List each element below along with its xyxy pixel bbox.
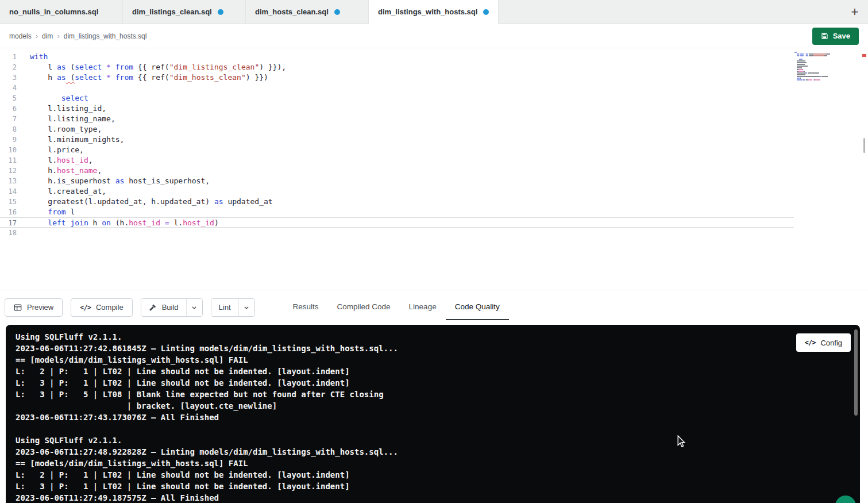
editor-overview-ruler[interactable] <box>861 48 868 290</box>
line-number: 15 <box>0 197 17 207</box>
build-split-button: Build <box>141 298 203 317</box>
build-label: Build <box>162 303 179 312</box>
ide-window: no_nulls_in_columns.sqldim_listings_clea… <box>0 0 868 503</box>
code-text: greatest(l.updated_at, h.updated_at) as … <box>17 197 273 207</box>
code-line[interactable]: 12 h.host_name, <box>0 166 794 176</box>
tab-label: dim_hosts_clean.sql <box>255 7 329 16</box>
editor-tab[interactable]: dim_listings_clean.sql <box>123 0 246 24</box>
editor-minimap[interactable] <box>794 51 840 82</box>
terminal-line: L: 3 | P: 5 | LT08 | Blank line expected… <box>16 389 850 400</box>
code-line[interactable]: 17 left join h on (h.host_id = l.host_id… <box>0 217 794 228</box>
terminal-line: Using SQLFluff v2.1.1. <box>16 435 850 446</box>
editor-tab-bar: no_nulls_in_columns.sqldim_listings_clea… <box>0 0 868 24</box>
code-line[interactable]: 1with <box>0 52 794 62</box>
build-dropdown-chevron-icon[interactable] <box>186 299 202 316</box>
unsaved-dot-icon <box>483 9 489 15</box>
code-icon: </> <box>805 339 816 347</box>
terminal-scrollbar-thumb[interactable] <box>854 329 858 416</box>
code-line[interactable]: 13 h.is_superhost as host_is_superhost, <box>0 176 794 186</box>
editor-tab[interactable]: no_nulls_in_columns.sql <box>0 0 123 24</box>
lint-output-terminal: Using SQLFluff v2.1.1.2023-06-06T11:27:4… <box>6 325 860 503</box>
editor-tab[interactable]: dim_hosts_clean.sql <box>246 0 369 24</box>
code-line[interactable]: 18 <box>0 228 794 238</box>
terminal-line: Using SQLFluff v2.1.1. <box>16 331 850 343</box>
line-number: 9 <box>0 135 17 145</box>
panel-tab-lineage[interactable]: Lineage <box>400 294 446 320</box>
editor-lines: 1with2 l as (select * from {{ ref("dim_l… <box>0 48 868 238</box>
code-line[interactable]: 4 <box>0 83 794 93</box>
code-text: l.listing_id, <box>17 103 106 114</box>
code-text: h as (select * from {{ ref("dim_hosts_cl… <box>17 72 268 83</box>
code-text <box>17 83 30 93</box>
code-text <box>17 228 30 238</box>
code-text: l.host_id, <box>17 155 93 166</box>
line-number: 10 <box>0 145 17 155</box>
lint-error-marker <box>862 54 866 57</box>
lint-dropdown-chevron-icon[interactable] <box>238 299 254 316</box>
unsaved-dot-icon <box>334 9 340 15</box>
terminal-line: == [models/dim/dim_listings_with_hosts.s… <box>16 458 850 469</box>
line-number: 6 <box>0 103 17 114</box>
line-number: 13 <box>0 176 17 186</box>
code-line[interactable]: 3 h as (select * from {{ ref("dim_hosts_… <box>0 72 794 83</box>
code-line[interactable]: 7 l.listing_name, <box>0 114 794 124</box>
code-editor[interactable]: 1with2 l as (select * from {{ ref("dim_l… <box>0 48 868 290</box>
terminal-line: == [models/dim/dim_listings_with_hosts.s… <box>16 354 850 366</box>
code-text: with <box>17 52 48 62</box>
terminal-line: 2023-06-06T11:27:49.187575Z — All Finish… <box>16 492 850 503</box>
terminal-line: 2023-06-06T11:27:48.922828Z — Linting mo… <box>16 446 850 458</box>
code-line[interactable]: 10 l.price, <box>0 145 794 155</box>
terminal-output: Using SQLFluff v2.1.1.2023-06-06T11:27:4… <box>6 325 860 503</box>
build-button[interactable]: Build <box>141 299 186 316</box>
code-icon: </> <box>80 304 91 312</box>
code-line[interactable]: 9 l.minimum_nights, <box>0 135 794 145</box>
code-line[interactable]: 6 l.listing_id, <box>0 103 794 114</box>
code-line[interactable]: 14 l.created_at, <box>0 186 794 197</box>
tab-list: no_nulls_in_columns.sqldim_listings_clea… <box>0 0 499 24</box>
config-label: Config <box>820 339 842 347</box>
line-number: 1 <box>0 52 17 62</box>
code-line[interactable]: 8 l.room_type, <box>0 124 794 135</box>
code-line[interactable]: 15 greatest(l.updated_at, h.updated_at) … <box>0 197 794 207</box>
code-line[interactable]: 2 l as (select * from {{ ref("dim_listin… <box>0 62 794 72</box>
breadcrumb-bar: models›dim›dim_listings_with_hosts.sql S… <box>0 24 868 48</box>
terminal-line: L: 2 | P: 1 | LT02 | Line should not be … <box>16 366 850 377</box>
editor-tab[interactable]: dim_listings_with_hosts.sql <box>369 0 499 24</box>
code-line[interactable]: 11 l.host_id, <box>0 155 794 166</box>
panel-tab-code-quality[interactable]: Code Quality <box>446 294 509 320</box>
minimap-line <box>794 80 840 82</box>
panel-tabs: ResultsCompiled CodeLineageCode Quality <box>284 294 509 320</box>
save-label: Save <box>833 32 850 40</box>
line-number: 7 <box>0 114 17 124</box>
unsaved-dot-icon <box>218 9 223 15</box>
compile-button[interactable]: </> Compile <box>71 298 132 317</box>
panel-tab-compiled-code[interactable]: Compiled Code <box>328 294 400 320</box>
code-line[interactable]: 5 select <box>0 93 794 103</box>
line-number: 5 <box>0 93 17 103</box>
breadcrumb-separator: › <box>36 32 38 40</box>
line-number: 3 <box>0 72 17 83</box>
preview-button[interactable]: Preview <box>5 298 63 317</box>
breadcrumb: models›dim›dim_listings_with_hosts.sql <box>9 32 146 40</box>
code-text: h.host_name, <box>17 166 102 176</box>
code-line[interactable]: 16 from l <box>0 207 794 217</box>
line-number: 8 <box>0 124 17 135</box>
line-number: 17 <box>0 218 17 227</box>
action-toolbar: Preview </> Compile Build Lin <box>0 290 868 324</box>
panel-tab-results[interactable]: Results <box>284 294 328 320</box>
config-button[interactable]: </> Config <box>796 333 851 352</box>
code-text: l.room_type, <box>17 124 102 135</box>
editor-scrollbar-thumb[interactable] <box>863 138 865 153</box>
hammer-icon <box>149 304 157 312</box>
new-tab-button[interactable]: + <box>842 0 868 24</box>
save-button[interactable]: Save <box>812 28 859 45</box>
line-number: 2 <box>0 62 17 72</box>
terminal-line: 2023-06-06T11:27:43.173076Z — All Finish… <box>16 412 850 423</box>
code-text: l.listing_name, <box>17 114 115 124</box>
code-text: l as (select * from {{ ref("dim_listings… <box>17 62 286 72</box>
terminal-line: | bracket. [layout.cte_newline] <box>16 400 850 412</box>
line-number: 11 <box>0 155 17 166</box>
code-text: l.created_at, <box>17 186 106 197</box>
lint-button[interactable]: Lint <box>211 299 238 316</box>
compile-label: Compile <box>96 303 124 312</box>
